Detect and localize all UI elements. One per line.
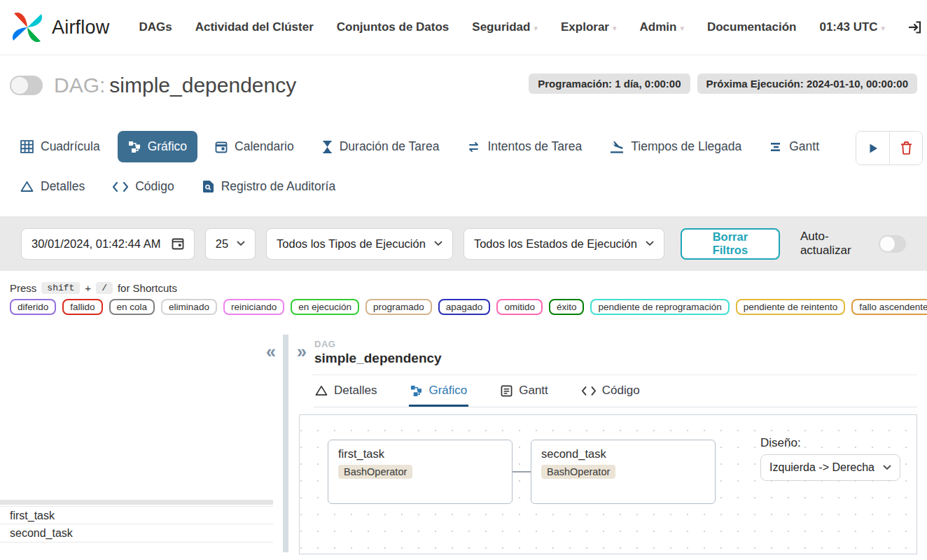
tab-label: Gráfico: [428, 384, 467, 398]
bottom-panel: « first_task second_task » DAG simple_de…: [0, 335, 927, 552]
tab-label: Intentos de Tarea: [487, 139, 582, 154]
nav-item-label: Admin: [640, 20, 677, 34]
nav-item-label: Actividad del Clúster: [195, 20, 314, 34]
nav-item-cluster-activity[interactable]: Actividad del Clúster: [195, 20, 314, 34]
gantt-bars-icon: [769, 141, 782, 153]
nav-item-browse[interactable]: Explorar ▾: [561, 20, 617, 34]
code-icon: [582, 386, 596, 396]
tab-audit-log[interactable]: Registro de Auditoría: [192, 171, 346, 202]
auto-refresh-label: Auto-actualizar: [800, 230, 868, 258]
layout-direction-select[interactable]: Izquierda -> Derecha: [760, 454, 900, 481]
state-badge-deferred: diferido: [10, 299, 56, 315]
filter-bar: 30/01/2024, 01:42:44 AM 25 Todos los Tip…: [0, 216, 927, 271]
plane-landing-icon: [610, 141, 624, 153]
grid-pane: « first_task second_task: [0, 335, 273, 552]
nav-item-label: Documentación: [707, 20, 797, 34]
clock-menu[interactable]: 01:43 UTC ▾: [819, 20, 885, 34]
state-badge-skipped: omitido: [496, 299, 543, 315]
tab-label: Gantt: [519, 384, 548, 398]
hourglass-icon: [322, 141, 333, 153]
state-legend: diferido fallido en cola eliminado reini…: [0, 299, 927, 315]
nav-item-security[interactable]: Seguridad ▾: [472, 20, 538, 34]
node-title: second_task: [541, 447, 705, 461]
state-badge-running: en ejecución: [291, 299, 359, 315]
task-list-header-strip: [0, 500, 273, 505]
repeat-icon: [467, 141, 480, 153]
tab-grid[interactable]: Cuadrícula: [10, 131, 111, 162]
brand-name: Airflow: [52, 17, 109, 38]
airflow-pinwheel-logo-icon: [10, 10, 45, 45]
shortcuts-hint: Press shift + / for Shortcuts: [0, 271, 927, 294]
dag-name: simple_dependency: [109, 74, 296, 97]
state-badge-shutdown: apagado: [438, 299, 491, 315]
page-size-select[interactable]: 25: [205, 228, 256, 260]
run-type-select[interactable]: Todos los Tipos de Ejecución: [266, 228, 453, 260]
tab-calendar[interactable]: Calendario: [204, 131, 305, 162]
nav-item-docs[interactable]: Documentación: [707, 20, 797, 34]
run-type-value: Todos los Tipos de Ejecución: [277, 237, 426, 251]
nav-item-label: Seguridad: [472, 20, 530, 34]
tab-landing-times[interactable]: Tiempos de Llegada: [599, 131, 752, 162]
nav-item-label: Conjuntos de Datos: [337, 20, 449, 34]
chevron-down-icon: [646, 241, 654, 246]
collapse-left-icon[interactable]: «: [266, 343, 276, 360]
run-state-select[interactable]: Todos los Estados de Ejecución: [464, 228, 664, 260]
detail-tab-code[interactable]: Código: [580, 375, 641, 407]
slash-key: /: [96, 282, 113, 294]
state-badge-restarting: reiniciando: [223, 299, 284, 315]
login-icon: [908, 20, 922, 34]
panel-resize-handle[interactable]: [283, 335, 288, 552]
code-icon: [113, 182, 128, 192]
tab-label: Tiempos de Llegada: [631, 139, 741, 154]
tab-task-duration[interactable]: Duración de Tarea: [312, 131, 450, 162]
detail-dag-label: DAG: [314, 339, 927, 349]
tab-label: Duración de Tarea: [340, 139, 440, 154]
detail-tab-gantt[interactable]: Gantt: [499, 375, 550, 407]
state-badge-upstream-failed: fallo ascendente: [851, 299, 927, 315]
toggle-knob: [880, 237, 895, 251]
chevron-down-icon: [434, 241, 442, 246]
tab-code[interactable]: Código: [102, 171, 184, 202]
nav-item-admin[interactable]: Admin ▾: [640, 20, 684, 34]
detail-tab-details[interactable]: Detalles: [314, 375, 378, 407]
nav-item-label: Explorar: [561, 20, 609, 34]
graph-node-first-task[interactable]: first_task BashOperator: [328, 440, 513, 504]
base-date-input[interactable]: 30/01/2024, 01:42:44 AM: [21, 228, 195, 260]
operator-badge: BashOperator: [338, 465, 412, 479]
detail-tab-graph[interactable]: Gráfico: [409, 375, 468, 407]
task-row-second-task[interactable]: second_task: [0, 524, 273, 542]
tab-label: Gantt: [789, 139, 819, 154]
expand-right-icon[interactable]: »: [297, 343, 307, 360]
trigger-dag-button[interactable]: [856, 132, 889, 164]
dag-pause-toggle[interactable]: [10, 76, 43, 95]
trash-icon: [900, 141, 912, 155]
play-icon: [867, 143, 879, 154]
nav-item-dags[interactable]: DAGs: [139, 20, 172, 34]
task-row-first-task[interactable]: first_task: [0, 506, 273, 524]
state-badge-up-for-reschedule: pendiente de reprogramación: [590, 299, 729, 315]
audit-log-icon: [202, 180, 214, 193]
page-title: DAG:simple_dependency: [54, 74, 296, 97]
clock-value: 01:43 UTC: [819, 20, 877, 34]
tab-details[interactable]: Detalles: [10, 171, 95, 202]
graph-canvas[interactable]: first_task BashOperator second_task Bash…: [299, 414, 917, 554]
login-button[interactable]: Iniciar Sesión: [908, 20, 927, 34]
list-doc-icon: [501, 385, 513, 397]
page-size-value: 25: [216, 237, 228, 251]
auto-refresh-toggle[interactable]: [879, 235, 906, 253]
airflow-brand[interactable]: Airflow: [10, 10, 109, 45]
clear-filters-button[interactable]: Borrar Filtros: [681, 228, 780, 260]
tab-task-tries[interactable]: Intentos de Tarea: [456, 131, 592, 162]
graph-node-second-task[interactable]: second_task BashOperator: [531, 440, 716, 504]
tab-graph[interactable]: Gráfico: [118, 131, 197, 162]
tab-label: Cuadrícula: [41, 139, 100, 154]
delete-dag-button[interactable]: [889, 132, 922, 164]
tab-label: Código: [602, 384, 640, 398]
operator-badge: BashOperator: [541, 465, 615, 479]
nav-item-datasets[interactable]: Conjuntos de Datos: [337, 20, 449, 34]
tab-gantt[interactable]: Gantt: [759, 131, 830, 162]
tab-label: Gráfico: [148, 139, 187, 154]
shortcuts-prefix: Press: [10, 282, 36, 294]
calendar-icon: [215, 141, 228, 153]
task-list: first_task second_task: [0, 506, 273, 542]
